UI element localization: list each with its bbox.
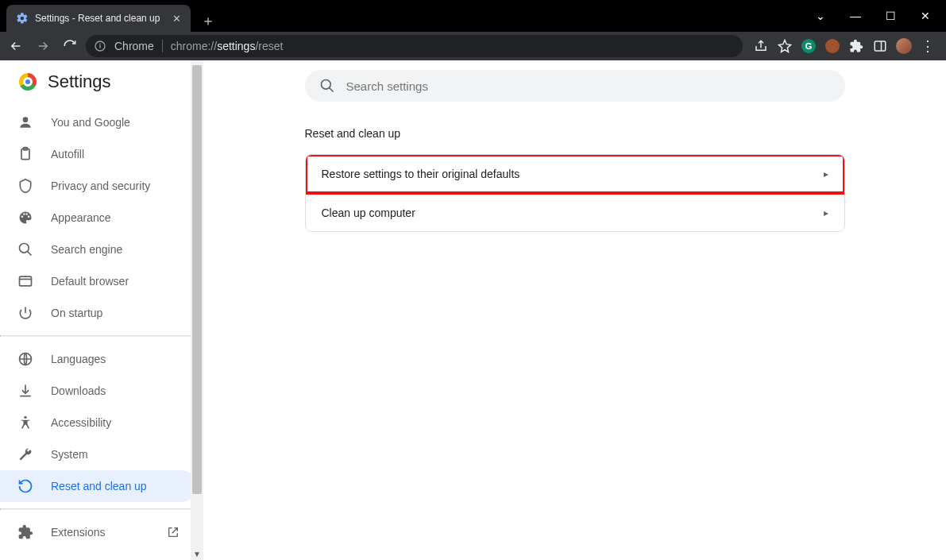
person-icon — [17, 114, 33, 130]
clipboard-icon — [17, 146, 33, 162]
close-tab-icon[interactable]: ✕ — [172, 13, 181, 25]
scrollbar-down-icon[interactable]: ▼ — [191, 547, 203, 560]
sidebar-item-search-engine[interactable]: Search engine — [0, 234, 197, 265]
sidebar-item-appearance[interactable]: Appearance — [0, 202, 197, 234]
sidebar-group-advanced: Languages Downloads Accessibility System… — [0, 337, 197, 508]
sidebar-item-label: Search engine — [51, 243, 122, 256]
url-divider — [162, 40, 163, 52]
side-panel-icon[interactable] — [871, 37, 889, 55]
sidebar-group-footer: Extensions — [0, 510, 197, 554]
search-settings[interactable] — [305, 70, 845, 102]
bookmark-icon[interactable] — [776, 37, 793, 55]
settings-brand: Settings — [0, 71, 197, 100]
window-controls: ⌄ — ☐ ✕ — [805, 0, 946, 32]
settings-main: Reset and clean up Restore settings to t… — [203, 60, 946, 560]
scrollbar-thumb[interactable] — [192, 65, 202, 494]
svg-line-9 — [28, 252, 32, 256]
sidebar-item-downloads[interactable]: Downloads — [0, 375, 197, 407]
svg-rect-2 — [99, 44, 100, 44]
shield-icon — [17, 178, 33, 194]
svg-point-8 — [20, 244, 29, 253]
browser-toolbar: Chrome chrome://settings/reset G ⋮ — [0, 32, 946, 60]
minimize-button[interactable]: — — [840, 4, 871, 28]
search-icon — [17, 241, 33, 257]
chrome-logo-icon — [19, 73, 37, 91]
sidebar-scrollbar[interactable]: ▲ ▼ — [191, 60, 203, 560]
tab-title: Settings - Reset and clean up — [35, 13, 160, 24]
svg-point-14 — [321, 80, 330, 90]
sidebar-item-label: System — [51, 448, 88, 461]
sidebar-item-autofill[interactable]: Autofill — [0, 138, 197, 170]
wrench-icon — [17, 446, 33, 462]
svg-rect-1 — [99, 45, 100, 48]
maximize-button[interactable]: ☐ — [875, 4, 906, 28]
sidebar-item-label: On startup — [51, 307, 102, 319]
reload-button[interactable] — [59, 35, 81, 57]
sidebar-item-label: You and Google — [51, 116, 130, 129]
new-tab-button[interactable]: ＋ — [197, 10, 219, 32]
svg-rect-3 — [875, 41, 886, 51]
sidebar-item-label: Autofill — [51, 148, 84, 160]
sidebar-item-extensions[interactable]: Extensions — [0, 516, 197, 548]
accessibility-icon — [17, 415, 33, 431]
open-in-new-icon — [167, 526, 180, 539]
sidebar-item-reset[interactable]: Reset and clean up — [0, 470, 197, 502]
reset-section: Reset and clean up Restore settings to t… — [305, 127, 845, 232]
row-label: Restore settings to their original defau… — [322, 168, 520, 180]
svg-point-13 — [24, 416, 26, 419]
sidebar-item-label: Default browser — [51, 275, 129, 288]
tab-strip: Settings - Reset and clean up ✕ ＋ — [0, 0, 219, 32]
search-icon — [319, 78, 335, 94]
power-icon — [17, 305, 33, 321]
svg-point-5 — [23, 117, 29, 122]
browser-tab[interactable]: Settings - Reset and clean up ✕ — [6, 5, 191, 32]
section-title: Reset and clean up — [305, 127, 845, 140]
sidebar-item-label: Extensions — [51, 526, 105, 539]
row-restore-defaults[interactable]: Restore settings to their original defau… — [306, 155, 844, 193]
url-text: chrome://settings/reset — [171, 40, 284, 52]
extension-grammarly-icon[interactable]: G — [800, 37, 817, 55]
sidebar-container: Settings You and Google Autofill Privacy… — [0, 60, 203, 560]
row-clean-up-computer[interactable]: Clean up computer ▸ — [306, 193, 844, 231]
url-scheme-label: Chrome — [114, 40, 154, 52]
sidebar-item-you-and-google[interactable]: You and Google — [0, 106, 197, 138]
chevron-down-icon[interactable]: ⌄ — [805, 4, 836, 28]
extensions-puzzle-icon[interactable] — [848, 37, 865, 55]
page-content: Settings You and Google Autofill Privacy… — [0, 60, 946, 560]
forward-button[interactable] — [32, 35, 54, 57]
gear-icon — [16, 12, 29, 25]
window-titlebar: Settings - Reset and clean up ✕ ＋ ⌄ — ☐ … — [0, 0, 946, 32]
close-window-button[interactable]: ✕ — [909, 4, 941, 28]
browser-menu-button[interactable]: ⋮ — [919, 37, 936, 55]
reset-card: Restore settings to their original defau… — [305, 154, 845, 232]
address-bar[interactable]: Chrome chrome://settings/reset — [86, 35, 743, 57]
sidebar-item-privacy[interactable]: Privacy and security — [0, 170, 197, 202]
sidebar-item-label: Languages — [51, 353, 106, 365]
search-settings-input[interactable] — [346, 79, 831, 93]
settings-sidebar: Settings You and Google Autofill Privacy… — [0, 60, 197, 560]
puzzle-icon — [17, 524, 33, 540]
sidebar-group-basic: You and Google Autofill Privacy and secu… — [0, 100, 197, 335]
sidebar-item-label: Appearance — [51, 211, 111, 224]
sidebar-item-on-startup[interactable]: On startup — [0, 297, 197, 329]
site-info-icon[interactable] — [94, 40, 106, 52]
browser-icon — [17, 273, 33, 289]
sidebar-item-default-browser[interactable]: Default browser — [0, 265, 197, 297]
extension-cookie-icon[interactable] — [824, 37, 841, 55]
toolbar-actions: G ⋮ — [747, 37, 941, 55]
sidebar-item-label: Downloads — [51, 384, 106, 397]
row-label: Clean up computer — [322, 207, 415, 219]
sidebar-item-label: Privacy and security — [51, 180, 150, 192]
sidebar-item-accessibility[interactable]: Accessibility — [0, 407, 197, 438]
sidebar-item-label: Accessibility — [51, 416, 111, 429]
profile-avatar[interactable] — [895, 37, 913, 55]
back-button[interactable] — [5, 35, 27, 57]
sidebar-item-languages[interactable]: Languages — [0, 343, 197, 375]
chevron-right-icon: ▸ — [824, 207, 828, 218]
settings-heading: Settings — [48, 71, 111, 92]
download-icon — [17, 383, 33, 399]
sidebar-item-system[interactable]: System — [0, 438, 197, 470]
globe-icon — [17, 351, 33, 367]
share-icon[interactable] — [752, 37, 770, 55]
restore-icon — [17, 478, 33, 494]
